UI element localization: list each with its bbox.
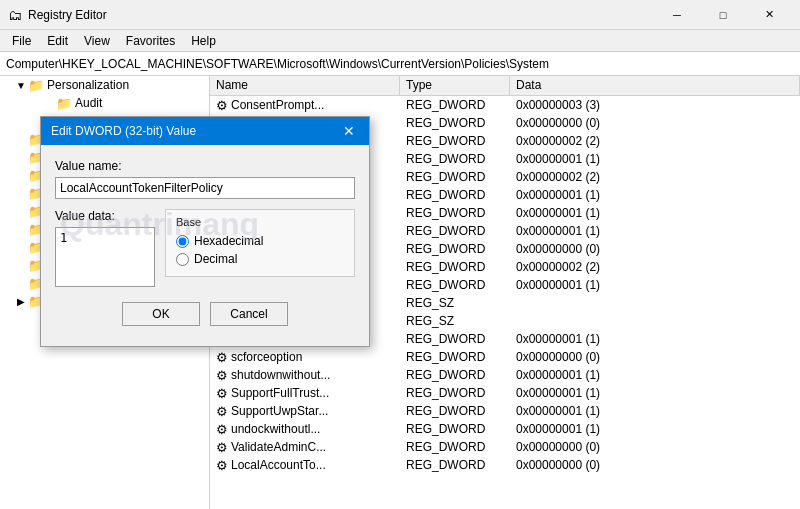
hex-radio[interactable] — [176, 235, 189, 248]
hex-label: Hexadecimal — [194, 234, 263, 248]
menu-view[interactable]: View — [76, 32, 118, 50]
value-name-input[interactable] — [55, 177, 355, 199]
edit-dword-dialog: Edit DWORD (32-bit) Value ✕ Value name: … — [40, 116, 370, 347]
titlebar: 🗂 Registry Editor ─ □ ✕ — [0, 0, 800, 30]
dialog-title: Edit DWORD (32-bit) Value — [51, 124, 339, 138]
menubar: File Edit View Favorites Help — [0, 30, 800, 52]
main-area: ▼ 📁 Personalization 📁 Audit ▶ 📁 UIPI 📁 P… — [0, 76, 800, 509]
dec-radio[interactable] — [176, 253, 189, 266]
base-label: Base — [176, 216, 344, 228]
dialog-titlebar: Edit DWORD (32-bit) Value ✕ — [41, 117, 369, 145]
dialog-buttons: OK Cancel — [55, 302, 355, 336]
dialog-data-row: Value data: Base Hexadecimal Decimal — [55, 209, 355, 290]
menu-help[interactable]: Help — [183, 32, 224, 50]
value-data-input[interactable] — [55, 227, 155, 287]
address-path: Computer\HKEY_LOCAL_MACHINE\SOFTWARE\Mic… — [6, 57, 549, 71]
addressbar: Computer\HKEY_LOCAL_MACHINE\SOFTWARE\Mic… — [0, 52, 800, 76]
ok-button[interactable]: OK — [122, 302, 200, 326]
value-name-label: Value name: — [55, 159, 355, 173]
maximize-button[interactable]: □ — [700, 0, 746, 30]
dialog-overlay: Quantrimang Edit DWORD (32-bit) Value ✕ … — [0, 76, 800, 509]
dec-radio-row: Decimal — [176, 252, 344, 266]
menu-edit[interactable]: Edit — [39, 32, 76, 50]
menu-file[interactable]: File — [4, 32, 39, 50]
close-button[interactable]: ✕ — [746, 0, 792, 30]
dialog-close-button[interactable]: ✕ — [339, 121, 359, 141]
titlebar-controls: ─ □ ✕ — [654, 0, 792, 30]
minimize-button[interactable]: ─ — [654, 0, 700, 30]
app-icon: 🗂 — [8, 7, 22, 23]
cancel-button[interactable]: Cancel — [210, 302, 288, 326]
menu-favorites[interactable]: Favorites — [118, 32, 183, 50]
dialog-body: Value name: Value data: Base Hexadecimal — [41, 145, 369, 346]
hex-radio-row: Hexadecimal — [176, 234, 344, 248]
value-data-section: Value data: — [55, 209, 155, 290]
app-title: Registry Editor — [28, 8, 654, 22]
value-data-label: Value data: — [55, 209, 155, 223]
dec-label: Decimal — [194, 252, 237, 266]
base-group: Base Hexadecimal Decimal — [165, 209, 355, 277]
